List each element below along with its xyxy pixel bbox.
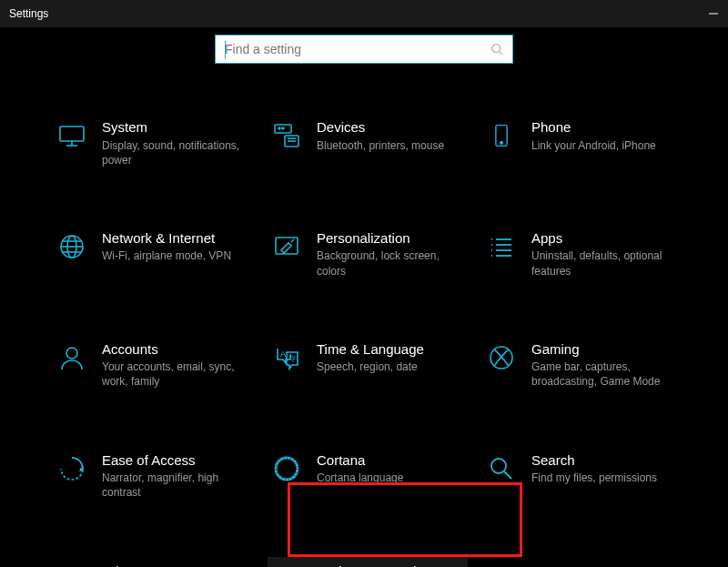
- category-text: Gaming Game bar, captures, broadcasting,…: [531, 340, 679, 390]
- category-title: Gaming: [531, 340, 672, 359]
- category-title: Privacy: [102, 562, 242, 568]
- sync-icon: [271, 564, 302, 568]
- search-container: [0, 27, 728, 76]
- search-icon: [490, 43, 503, 56]
- category-title: Network & Internet: [102, 229, 242, 248]
- svg-point-8: [278, 127, 280, 129]
- category-desc: Bluetooth, printers, mouse: [317, 138, 457, 153]
- category-text: Cortana Cortana language: [317, 451, 464, 486]
- globe-icon: [56, 231, 87, 262]
- category-text: Network & Internet Wi-Fi, airplane mode,…: [102, 229, 249, 264]
- category-title: Time & Language: [317, 340, 457, 359]
- category-title: Personalization: [317, 229, 457, 248]
- minimize-button[interactable]: [708, 8, 719, 19]
- category-grid: System Display, sound, notifications, po…: [0, 76, 728, 567]
- category-title: Update & Security: [317, 562, 457, 568]
- category-update-security[interactable]: Update & Security Windows Update, recove…: [268, 557, 468, 568]
- category-search[interactable]: Search Find my files, permissions: [482, 446, 682, 506]
- category-time-language[interactable]: A 字 Time & Language Speech, region, date: [268, 335, 468, 395]
- category-desc: Background, lock screen, colors: [317, 248, 457, 278]
- svg-rect-3: [60, 127, 84, 141]
- category-desc: Speech, region, date: [317, 359, 457, 374]
- category-desc: Game bar, captures, broadcasting, Game M…: [531, 359, 672, 389]
- category-desc: Find my files, permissions: [531, 471, 672, 485]
- category-accounts[interactable]: Accounts Your accounts, email, sync, wor…: [53, 335, 253, 395]
- category-gaming[interactable]: Gaming Game bar, captures, broadcasting,…: [482, 335, 682, 395]
- category-personalization[interactable]: Personalization Background, lock screen,…: [268, 224, 468, 284]
- category-title: Accounts: [102, 340, 242, 359]
- category-desc: Display, sound, notifications, power: [102, 138, 242, 167]
- category-privacy[interactable]: Privacy Location, camera, microphone: [53, 557, 253, 568]
- category-text: Search Find my files, permissions: [531, 451, 679, 486]
- category-phone[interactable]: Phone Link your Android, iPhone: [482, 113, 682, 173]
- category-apps[interactable]: Apps Uninstall, defaults, optional featu…: [482, 224, 682, 284]
- paintbrush-icon: [271, 231, 302, 262]
- category-desc: Cortana language: [317, 471, 457, 485]
- svg-point-9: [282, 127, 284, 129]
- category-cortana[interactable]: Cortana Cortana language: [268, 446, 468, 506]
- category-text: Update & Security Windows Update, recove…: [317, 562, 464, 568]
- category-text: Privacy Location, camera, microphone: [102, 562, 249, 568]
- lock-icon: [56, 564, 87, 568]
- category-desc: Narrator, magnifier, high contrast: [102, 471, 242, 500]
- person-icon: [56, 342, 87, 373]
- ease-icon: [56, 453, 87, 484]
- category-text: Time & Language Speech, region, date: [317, 340, 464, 375]
- svg-text:A: A: [280, 349, 286, 359]
- devices-icon: [271, 120, 302, 151]
- category-desc: Your accounts, email, sync, work, family: [102, 359, 242, 389]
- svg-point-28: [66, 348, 77, 359]
- svg-line-36: [504, 471, 511, 479]
- category-title: Devices: [317, 118, 457, 137]
- category-text: Personalization Background, lock screen,…: [317, 229, 464, 278]
- category-ease-of-access[interactable]: Ease of Access Narrator, magnifier, high…: [53, 446, 253, 506]
- category-title: System: [102, 118, 242, 137]
- phone-icon: [486, 120, 517, 151]
- category-text: Accounts Your accounts, email, sync, wor…: [102, 340, 249, 390]
- category-network[interactable]: Network & Internet Wi-Fi, airplane mode,…: [53, 224, 253, 284]
- magnify-icon: [486, 453, 517, 484]
- category-text: Phone Link your Android, iPhone: [531, 118, 679, 153]
- title-bar: Settings: [0, 0, 728, 27]
- category-desc: Link your Android, iPhone: [531, 138, 672, 153]
- category-desc: Uninstall, defaults, optional features: [531, 248, 672, 278]
- search-box[interactable]: [215, 35, 513, 64]
- search-input[interactable]: [225, 42, 490, 56]
- system-icon: [56, 120, 87, 151]
- svg-point-1: [492, 45, 500, 53]
- category-text: System Display, sound, notifications, po…: [102, 118, 249, 167]
- window-controls: [708, 8, 719, 19]
- cortana-icon: [271, 453, 302, 484]
- category-title: Apps: [531, 229, 672, 248]
- category-title: Phone: [531, 118, 672, 137]
- category-title: Ease of Access: [102, 451, 242, 470]
- list-icon: [486, 231, 517, 262]
- text-caret: [225, 41, 226, 59]
- category-system[interactable]: System Display, sound, notifications, po…: [53, 113, 253, 173]
- category-text: Devices Bluetooth, printers, mouse: [317, 118, 464, 153]
- category-devices[interactable]: Devices Bluetooth, printers, mouse: [268, 113, 468, 173]
- svg-line-2: [500, 52, 503, 56]
- xbox-icon: [486, 342, 517, 373]
- category-desc: Wi-Fi, airplane mode, VPN: [102, 248, 242, 263]
- window-title: Settings: [9, 7, 48, 20]
- svg-text:字: 字: [289, 355, 297, 363]
- svg-point-35: [491, 459, 506, 473]
- category-text: Ease of Access Narrator, magnifier, high…: [102, 451, 249, 501]
- category-title: Search: [531, 451, 672, 470]
- category-text: Apps Uninstall, defaults, optional featu…: [531, 229, 679, 278]
- language-icon: A 字: [271, 342, 302, 373]
- svg-marker-32: [79, 467, 85, 471]
- svg-point-13: [500, 142, 503, 145]
- category-title: Cortana: [317, 451, 457, 470]
